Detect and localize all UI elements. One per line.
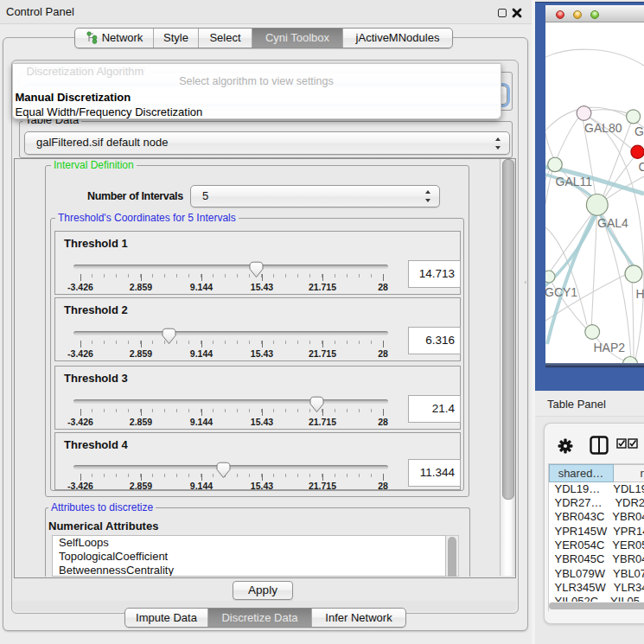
svg-text:GCY1: GCY1 xyxy=(545,285,577,299)
svg-text:GAL80: GAL80 xyxy=(584,121,622,135)
svg-text:HAP2: HAP2 xyxy=(594,341,626,354)
svg-text:GAL4: GAL4 xyxy=(597,216,628,230)
svg-text:GAL11: GAL11 xyxy=(556,175,593,188)
svg-text:CD: CD xyxy=(639,160,644,174)
svg-text:HIS: HIS xyxy=(636,287,644,301)
svg-text:GA: GA xyxy=(634,124,644,138)
